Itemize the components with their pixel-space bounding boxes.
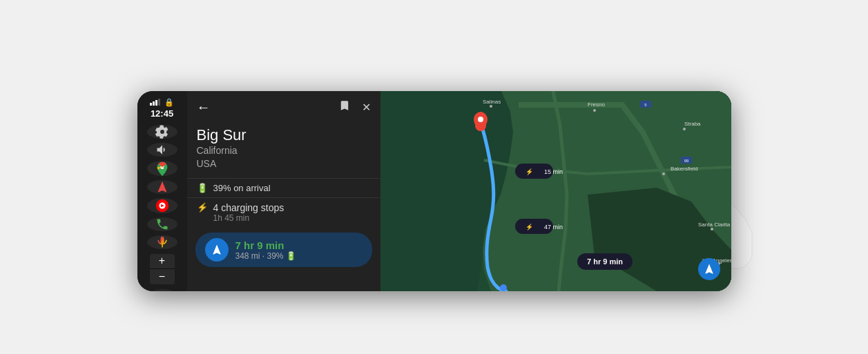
car-display: 🔒 12:45 <box>137 91 731 291</box>
svg-point-18 <box>711 228 713 230</box>
sidebar-volume-button[interactable] <box>147 143 177 157</box>
sidebar-youtube-button[interactable] <box>147 198 177 213</box>
map-background: 5 99 ⚡ 15 min ⚡ 47 min 7 hr 9 min Fresno… <box>380 91 731 291</box>
sidebar-maps-button[interactable] <box>147 161 177 176</box>
navigate-button[interactable]: 7 hr 9 min 348 mi · 39% 🔋 <box>195 233 372 267</box>
sidebar-phone-button[interactable] <box>147 217 177 231</box>
panel-header: ← ✕ <box>187 91 380 121</box>
svg-text:Santa Clarita: Santa Clarita <box>698 222 731 228</box>
svg-point-16 <box>683 128 686 130</box>
svg-text:47 min: 47 min <box>544 224 563 230</box>
map-panel[interactable]: 5 99 ⚡ 15 min ⚡ 47 min 7 hr 9 min Fresno… <box>380 91 731 291</box>
status-bar: 🔒 12:45 <box>150 98 174 119</box>
svg-point-13 <box>500 284 507 291</box>
zoom-out-button[interactable]: − <box>150 269 175 284</box>
battery-arrival-row: 🔋 39% on arrival <box>187 178 380 197</box>
battery-icon: 🔒 <box>164 98 174 107</box>
svg-point-14 <box>593 109 596 112</box>
map-nav-indicator[interactable] <box>698 258 720 280</box>
svg-text:Bakersfield: Bakersfield <box>671 166 698 172</box>
navigate-distance-battery: 348 mi · 39% 🔋 <box>235 251 296 261</box>
sidebar-settings-button[interactable] <box>147 125 177 139</box>
svg-text:7 hr 9 min: 7 hr 9 min <box>587 257 623 266</box>
charging-stops-time: 1h 45 min <box>213 213 284 223</box>
svg-text:⚡: ⚡ <box>525 223 533 231</box>
sidebar-mic-button[interactable] <box>147 235 177 249</box>
sidebar-apps-button[interactable] <box>147 289 177 291</box>
svg-text:Salinas: Salinas <box>483 99 501 105</box>
charging-stops-count: 4 charging stops <box>213 202 284 213</box>
charging-stops-row: ⚡ 4 charging stops 1h 45 min <box>187 197 380 227</box>
location-panel: ← ✕ Big Sur California USA 🔋 39% on arri… <box>187 91 380 291</box>
charging-icon: ⚡ <box>197 202 208 213</box>
close-button[interactable]: ✕ <box>362 101 371 114</box>
zoom-controls: + − <box>150 254 175 284</box>
navigate-details: 7 hr 9 min 348 mi · 39% 🔋 <box>235 239 296 261</box>
svg-text:Fresno: Fresno <box>588 101 605 108</box>
location-info: Big Sur California USA <box>187 121 380 179</box>
battery-arrival-icon: 🔋 <box>197 183 208 193</box>
svg-text:Straba: Straba <box>684 121 701 127</box>
svg-text:99: 99 <box>684 159 688 163</box>
panel-header-actions: ✕ <box>338 99 371 115</box>
sidebar: 🔒 12:45 <box>137 91 187 291</box>
svg-point-17 <box>662 173 665 175</box>
navigate-icon <box>205 238 229 262</box>
bookmark-button[interactable] <box>338 99 351 115</box>
clock: 12:45 <box>151 108 173 119</box>
zoom-in-button[interactable]: + <box>150 254 175 269</box>
location-country: USA <box>197 157 371 171</box>
signal-icon <box>150 99 160 106</box>
svg-text:⚡: ⚡ <box>525 168 533 176</box>
navigate-time: 7 hr 9 min <box>235 239 296 251</box>
svg-point-12 <box>478 117 483 122</box>
battery-arrival-text: 39% on arrival <box>213 183 271 193</box>
charging-info: 4 charging stops 1h 45 min <box>213 202 284 223</box>
location-state: California <box>197 144 371 158</box>
signal-battery-row: 🔒 <box>150 98 174 107</box>
svg-point-15 <box>490 105 492 108</box>
back-button[interactable]: ← <box>197 99 211 115</box>
location-name: Big Sur <box>197 126 371 144</box>
svg-text:15 min: 15 min <box>544 168 563 175</box>
sidebar-navigation-button[interactable] <box>147 180 177 194</box>
